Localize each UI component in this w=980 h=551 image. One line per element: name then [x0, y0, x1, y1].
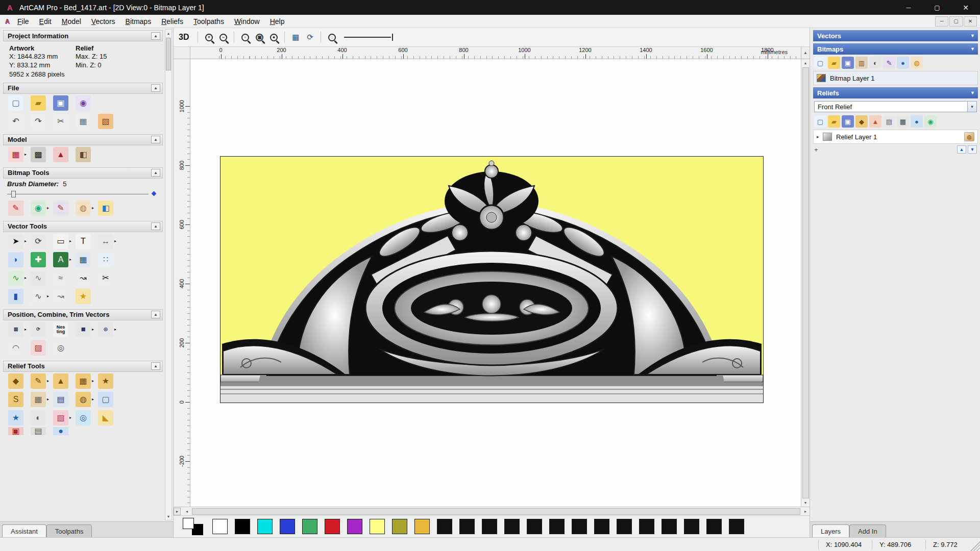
palette-colour-swatch[interactable] [235, 519, 250, 534]
relief-extra-icon-3[interactable]: ● [53, 427, 72, 435]
relief-pyramid-icon[interactable]: ▲ [869, 115, 881, 128]
adjust-model-icon[interactable]: ▩ [31, 147, 50, 162]
fit-text-icon[interactable]: ▦ [76, 252, 95, 267]
relief-wizard-icon[interactable]: ★ [98, 373, 117, 389]
smooth-relief-layer-icon[interactable]: ◆ [855, 115, 868, 128]
scroll-left-icon[interactable]: ◂ [183, 509, 191, 514]
cut-icon[interactable]: ✂ [53, 114, 72, 129]
snap-grid-icon[interactable]: ▦ [288, 31, 303, 44]
palette-colour-swatch[interactable] [325, 519, 340, 534]
vector-tools-header[interactable]: Vector Tools ▴ [3, 221, 163, 232]
palette-colour-swatch[interactable] [662, 519, 677, 534]
rollup-button[interactable]: ▴ [151, 32, 160, 40]
save-bitmap-icon[interactable]: ▣ [842, 57, 854, 69]
zoom-selected-icon[interactable]: ● [266, 31, 281, 44]
slider-handle[interactable] [11, 191, 16, 197]
menu-item[interactable]: Reliefs [156, 16, 188, 27]
palette-colour-swatch[interactable] [414, 519, 430, 534]
paint-selective-icon[interactable]: ◉▸ [31, 201, 50, 216]
project-information-header[interactable]: Project Information ▴ [3, 30, 163, 41]
rollup-button[interactable]: ▴ [151, 222, 160, 230]
primary-secondary-colour-indicator[interactable] [183, 518, 204, 535]
tab-toolpaths[interactable]: Toolpaths [46, 524, 92, 537]
brush-diameter-slider[interactable] [7, 190, 156, 198]
save-relief-icon[interactable]: ▣ [842, 115, 854, 128]
paste-icon[interactable]: ▧ [98, 114, 117, 129]
create-polyline-icon[interactable]: ∿▸ [8, 270, 28, 286]
relief-tools-header[interactable]: Relief Tools ▴ [3, 361, 163, 372]
bitmap-layer-row[interactable]: Bitmap Layer 1 [814, 71, 977, 85]
canvas-horizontal-scrollbar[interactable]: ▸ ◂ ▸ [174, 507, 810, 515]
offset-relief-icon[interactable]: ▤ [53, 392, 72, 407]
rollup-button[interactable]: ▴ [151, 84, 160, 92]
move-layer-up-button[interactable]: ▲ [957, 145, 966, 154]
redo-icon[interactable]: ↷ [31, 114, 50, 129]
shape-editor-icon[interactable]: ▲ [53, 373, 72, 389]
palette-colour-swatch[interactable] [392, 519, 407, 534]
scroll-up-icon[interactable]: ▲ [167, 30, 170, 37]
bitmap-artwork[interactable] [220, 156, 764, 403]
edit-bitmap-icon[interactable]: ✎ [883, 57, 895, 69]
rotate-copy-icon[interactable]: ◎▸ [98, 322, 117, 337]
twist-relief-icon[interactable]: ◎ [76, 410, 95, 425]
expander-icon[interactable]: ▸ [817, 134, 823, 139]
star-wizard-icon[interactable]: ★ [76, 289, 95, 304]
create-rectangle-icon[interactable]: ▭▸ [53, 234, 72, 249]
palette-colour-swatch[interactable] [684, 519, 699, 534]
relief-layer-colour-icon[interactable]: ◍ [964, 132, 974, 141]
rollup-button[interactable]: ▴ [151, 362, 160, 370]
wrap-relief-icon[interactable]: ◐ [31, 410, 50, 425]
relief-extra-icon-2[interactable]: ▤ [31, 427, 50, 435]
resize-grip[interactable] [969, 538, 980, 551]
undo-icon[interactable]: ↶ [8, 114, 28, 129]
menu-item[interactable]: Vectors [86, 16, 120, 27]
create-text-icon[interactable]: T [76, 234, 95, 249]
scroll-down-icon[interactable]: ▼ [167, 513, 170, 520]
model-header[interactable]: Model ▴ [3, 134, 163, 145]
section-toggle-icon[interactable]: ▼ [970, 90, 975, 95]
palette-colour-swatch[interactable] [212, 519, 228, 534]
menu-item[interactable]: Window [229, 16, 265, 27]
menu-item[interactable]: File [12, 16, 34, 27]
relief-layer-row[interactable]: ▸ Relief Layer 1 ◍ [814, 130, 977, 143]
palette-colour-swatch[interactable] [729, 519, 744, 534]
add-layer-button[interactable]: + [814, 146, 822, 154]
bitmap-tools-header[interactable]: Bitmap Tools ▴ [3, 167, 163, 179]
new-model-icon[interactable]: ▢ [8, 95, 28, 111]
section-toggle-icon[interactable]: ▼ [970, 33, 975, 38]
relief-extra-icon-1[interactable]: ▣ [8, 427, 28, 435]
palette-colour-swatch[interactable] [257, 519, 273, 534]
spiral-icon[interactable]: ◎ [53, 340, 72, 356]
reliefs-section-header[interactable]: Reliefs ▼ [813, 87, 978, 98]
position-combine-header[interactable]: Position, Combine, Trim Vectors ▴ [3, 309, 163, 320]
flood-fill-icon[interactable]: ◧ [98, 201, 117, 216]
child-close-button[interactable]: ✕ [964, 16, 977, 27]
menu-item[interactable]: Bitmaps [120, 16, 157, 27]
weave-wizard-icon[interactable]: ▦▸ [31, 392, 50, 407]
refresh-view-icon[interactable]: ⟳ [303, 31, 317, 44]
sculpt-relief-icon[interactable]: ✎▸ [31, 373, 50, 389]
menu-item[interactable]: Edit [34, 16, 57, 27]
palette-colour-swatch[interactable] [459, 519, 475, 534]
relief-preview-icon[interactable]: ◉ [924, 115, 937, 128]
toggle-3d-view-button[interactable]: 3D [179, 33, 189, 42]
arrow-polyline-icon[interactable]: ↝ [76, 270, 95, 286]
section-toggle-icon[interactable]: ▼ [970, 46, 975, 52]
relief-sphere-icon[interactable]: ● [911, 115, 923, 128]
palette-colour-swatch[interactable] [527, 519, 542, 534]
envelope-distort-icon[interactable]: ▢ [98, 392, 117, 407]
menu-item[interactable]: Toolpaths [188, 16, 229, 27]
zoom-in-icon[interactable]: + [202, 31, 216, 44]
smooth-polyline-icon[interactable]: ∿ [31, 270, 50, 286]
paint-icon[interactable]: ✎ [8, 201, 28, 216]
rollup-button[interactable]: ▴ [151, 136, 160, 143]
tab-layers[interactable]: Layers [812, 524, 849, 537]
tab-assistant[interactable]: Assistant [2, 524, 46, 537]
palette-colour-swatch[interactable] [347, 519, 362, 534]
cross-hatch-icon[interactable]: ▨ [31, 340, 50, 356]
maximize-button[interactable]: ▢ [923, 0, 951, 15]
palette-colour-swatch[interactable] [549, 519, 565, 534]
new-bitmap-layer-icon[interactable]: ▢ [814, 57, 826, 69]
zoom-extents-icon[interactable]: ▣ [252, 31, 266, 44]
new-relief-layer-icon[interactable]: ▢ [814, 115, 826, 128]
